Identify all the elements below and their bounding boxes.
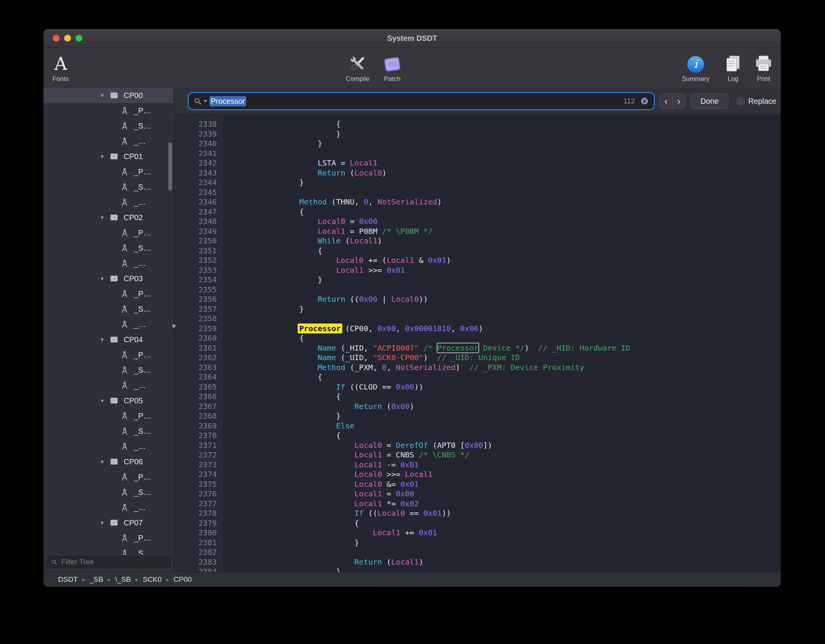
- zoom-window-button[interactable]: [76, 35, 82, 42]
- code-line[interactable]: If ((Local0 == 0x01)): [263, 509, 781, 518]
- tree-item[interactable]: _S…: [44, 240, 174, 256]
- code-line[interactable]: {: [263, 431, 781, 441]
- code-line[interactable]: Local0 &= 0x01: [263, 480, 781, 489]
- code-line[interactable]: Local1 *= 0x02: [263, 499, 781, 509]
- tree-item[interactable]: _P…: [44, 286, 174, 301]
- tree-item[interactable]: _S…: [44, 301, 174, 317]
- tree-item[interactable]: _S…: [44, 423, 174, 439]
- code-line[interactable]: Name (_HID, "ACPI0007" /* Processor Devi…: [263, 343, 781, 353]
- find-next-button[interactable]: ›: [672, 94, 685, 108]
- tree-item[interactable]: _P…: [44, 469, 174, 485]
- titlebar[interactable]: System DSDT: [44, 29, 781, 48]
- tree-item[interactable]: _…: [44, 439, 174, 454]
- code-line[interactable]: Local1 += 0x01: [263, 528, 781, 538]
- tree-node-cp00[interactable]: ▼CP00: [44, 88, 174, 103]
- disclosure-triangle-icon[interactable]: ▼: [98, 520, 107, 526]
- code-line[interactable]: Return (Local1): [263, 557, 781, 567]
- code-line[interactable]: Return (Local0): [263, 168, 781, 178]
- tree-node-cp04[interactable]: ▼CP04: [44, 332, 174, 347]
- summary-button[interactable]: i Summary: [675, 50, 717, 83]
- code-line[interactable]: }: [263, 178, 781, 188]
- disclosure-triangle-icon[interactable]: ▼: [98, 93, 107, 98]
- tree-node-cp06[interactable]: ▼CP06: [44, 454, 174, 469]
- disclosure-triangle-icon[interactable]: ▼: [98, 459, 107, 465]
- code-line[interactable]: Name (_UID, "SCK0-CP00") // _UID: Unique…: [263, 353, 781, 363]
- code-line[interactable]: Local1 = CNBS /* \CNBS */: [263, 450, 781, 460]
- breadcrumb-item[interactable]: \_SB: [115, 575, 131, 584]
- tree-item[interactable]: _P…: [44, 347, 174, 362]
- code-line[interactable]: While (Local1): [263, 236, 781, 246]
- tree-item[interactable]: _…: [44, 256, 174, 271]
- tree-item[interactable]: _P…: [44, 530, 174, 546]
- tree-item[interactable]: _S…: [44, 362, 174, 378]
- code-line[interactable]: [263, 149, 781, 159]
- find-previous-button[interactable]: ‹: [660, 94, 672, 108]
- filter-tree-input[interactable]: [60, 557, 166, 567]
- code-line[interactable]: Local1 >>= 0x01: [263, 266, 781, 275]
- close-window-button[interactable]: [53, 35, 60, 42]
- disclosure-triangle-icon[interactable]: ▼: [98, 154, 107, 159]
- tree-item[interactable]: _P…: [44, 225, 174, 240]
- code-line[interactable]: [263, 188, 781, 198]
- patch-button[interactable]: Patch: [371, 50, 413, 83]
- code-line[interactable]: Return ((0x00 | Local0)): [263, 295, 781, 304]
- done-button[interactable]: Done: [691, 93, 728, 109]
- code-area[interactable]: { } } LSTA = Local1 Return (Local0) } Me…: [223, 115, 781, 572]
- code-line[interactable]: {: [263, 119, 781, 129]
- code-editor[interactable]: 2338233923402341234223432344234523462347…: [174, 115, 781, 572]
- code-line[interactable]: Local0 = 0x00: [263, 217, 781, 227]
- code-line[interactable]: Local0 >>= Local1: [263, 470, 781, 480]
- code-line[interactable]: {: [263, 372, 781, 382]
- tree-item[interactable]: _P…: [44, 164, 174, 179]
- tree-node-cp05[interactable]: ▼CP05: [44, 393, 174, 408]
- code-line[interactable]: Local1 = 0x00: [263, 489, 781, 499]
- breadcrumb-item[interactable]: _SB: [90, 575, 103, 584]
- breadcrumb-item[interactable]: DSDT: [58, 575, 78, 584]
- tree-item[interactable]: _…: [44, 134, 174, 149]
- search-field[interactable]: Processor 112: [189, 93, 653, 109]
- code-line[interactable]: [263, 314, 781, 324]
- code-line[interactable]: }: [263, 304, 781, 314]
- code-line[interactable]: Processor (CP00, 0x00, 0x00001810, 0x06): [263, 324, 781, 334]
- code-line[interactable]: {: [263, 518, 781, 528]
- code-line[interactable]: Method (_PXM, 0, NotSerialized) // _PXM:…: [263, 363, 781, 373]
- tree-item[interactable]: _…: [44, 500, 174, 515]
- filter-tree-field[interactable]: [47, 556, 171, 568]
- disclosure-triangle-icon[interactable]: ▼: [98, 276, 107, 282]
- disclosure-triangle-icon[interactable]: ▼: [98, 398, 107, 404]
- tree-item[interactable]: _S…: [44, 118, 174, 134]
- tree-item[interactable]: _…: [44, 378, 174, 393]
- disclosure-triangle-icon[interactable]: ▼: [98, 337, 107, 343]
- code-line[interactable]: }: [263, 411, 781, 421]
- code-line[interactable]: [263, 285, 781, 295]
- tree-item[interactable]: _…: [44, 317, 174, 332]
- tree-item[interactable]: _S…: [44, 179, 174, 195]
- tree-node-cp01[interactable]: ▼CP01: [44, 149, 174, 164]
- tree-node-cp03[interactable]: ▼CP03: [44, 271, 174, 286]
- code-line[interactable]: Else: [263, 421, 781, 431]
- search-menu-chevron-icon[interactable]: [203, 100, 207, 102]
- breadcrumb-item[interactable]: CP00: [174, 575, 192, 584]
- breadcrumb-item[interactable]: SCK0: [143, 575, 162, 584]
- code-line[interactable]: Method (THNU, 0, NotSerialized): [263, 197, 781, 207]
- code-line[interactable]: }: [263, 567, 781, 572]
- code-line[interactable]: {: [263, 246, 781, 256]
- tree-node-cp07[interactable]: ▼CP07: [44, 515, 174, 530]
- split-handle[interactable]: [172, 324, 176, 328]
- code-line[interactable]: Local1 = P0BM /* \P0BM */: [263, 227, 781, 237]
- code-line[interactable]: {: [263, 207, 781, 217]
- tree-node-cp02[interactable]: ▼CP02: [44, 210, 174, 225]
- fonts-button[interactable]: A Fonts: [44, 50, 80, 83]
- code-line[interactable]: }: [263, 129, 781, 139]
- tree-item[interactable]: _S…: [44, 546, 174, 555]
- code-line[interactable]: {: [263, 333, 781, 343]
- replace-checkbox[interactable]: [737, 97, 744, 105]
- code-line[interactable]: Local0 += (Local1 & 0x01): [263, 256, 781, 266]
- code-line[interactable]: }: [263, 538, 781, 548]
- code-line[interactable]: Local0 = DerefOf (APT0 [0x00]): [263, 441, 781, 451]
- code-line[interactable]: }: [263, 139, 781, 149]
- tree-item[interactable]: _S…: [44, 485, 174, 500]
- code-line[interactable]: [263, 547, 781, 557]
- tree-item[interactable]: _…: [44, 195, 174, 210]
- clear-search-button[interactable]: [640, 97, 649, 105]
